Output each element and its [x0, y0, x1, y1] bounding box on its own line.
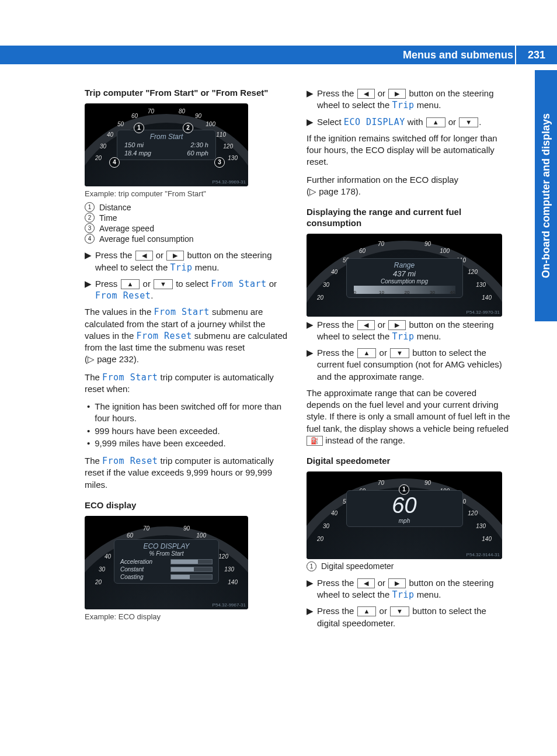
range-heading: Displaying the range and current fuel co… — [307, 207, 511, 229]
left-button-icon: ◀ — [357, 578, 375, 588]
side-tab-label: On-board computer and displays — [540, 113, 552, 278]
up-button-icon: ▲ — [121, 279, 140, 289]
down-button-icon: ▼ — [390, 348, 409, 358]
trip-computer-heading: Trip computer "From Start" or "From Rese… — [85, 88, 289, 99]
eco-para-1: If the ignition remains switched off for… — [307, 133, 511, 168]
range-para: The approximate range that can be covere… — [307, 387, 511, 446]
header-bar: Menus and submenus 231 — [0, 46, 557, 64]
up-button-icon: ▲ — [357, 606, 377, 616]
left-button-icon: ◀ — [357, 320, 375, 330]
speedo-legend: 1Digital speedometer — [307, 561, 511, 571]
left-button-icon: ◀ — [357, 89, 375, 99]
section-title: Menus and submenus — [403, 46, 513, 64]
down-button-icon: ▼ — [390, 606, 409, 616]
trip-para-1: The values in the From Start submenu are… — [85, 306, 289, 365]
range-figure: 20140 30130 40120 50110 60100 7090 Range… — [307, 234, 502, 317]
right-button-icon: ▶ — [388, 578, 406, 588]
trip-para-3: The From Reset trip computer is automati… — [85, 455, 289, 491]
range-step-2: ▶ Press the ▲ or ▼ button to select the … — [307, 347, 511, 383]
up-button-icon: ▲ — [426, 117, 445, 127]
speedo-figure: 20140 30130 40120 50110 60100 7090 60 mp… — [307, 471, 502, 559]
trip-step-1: ▶ Press the ◀ or ▶ button on the steerin… — [85, 249, 289, 273]
eco-step-1: ▶ Press the ◀ or ▶ button on the steerin… — [307, 88, 511, 112]
speedo-step-2: ▶ Press the ▲ or ▼ button to select the … — [307, 605, 511, 629]
right-button-icon: ▶ — [388, 320, 406, 330]
eco-step-2: ▶ Select ECO DISPLAY with ▲ or ▼. — [307, 116, 511, 128]
range-step-1: ▶ Press the ◀ or ▶ button on the steerin… — [307, 319, 511, 343]
trip-computer-figure: 20130 30120 40110 50100 6090 7080 From S… — [85, 103, 248, 186]
eco-heading: ECO display — [85, 500, 289, 511]
right-column: ▶ Press the ◀ or ▶ button on the steerin… — [307, 88, 511, 634]
down-button-icon: ▼ — [459, 117, 478, 127]
right-button-icon: ▶ — [388, 89, 406, 99]
trip-para-2: The From Start trip computer is automati… — [85, 372, 289, 396]
speedo-heading: Digital speedometer — [307, 456, 511, 467]
trip-reset-bullets: •The ignition has been switched off for … — [85, 401, 289, 449]
left-button-icon: ◀ — [135, 251, 153, 261]
trip-computer-caption: Example: trip computer "From Start" — [85, 189, 289, 199]
up-button-icon: ▲ — [357, 348, 377, 358]
down-button-icon: ▼ — [154, 279, 173, 289]
speedo-step-1: ▶ Press the ◀ or ▶ button on the steerin… — [307, 577, 511, 601]
trip-computer-legend: 1Distance 2Time 3Average speed 4Average … — [85, 202, 289, 244]
side-tab: On-board computer and displays — [535, 70, 557, 321]
eco-figure: 20140 30130 40120 50110 60100 7090 ECO D… — [85, 516, 248, 609]
right-button-icon: ▶ — [166, 251, 184, 261]
left-column: Trip computer "From Start" or "From Rese… — [85, 88, 289, 634]
eco-caption: Example: ECO display — [85, 612, 289, 622]
page-number: 231 — [515, 46, 557, 64]
trip-step-2: ▶ Press ▲ or ▼ to select From Start or F… — [85, 278, 289, 302]
refuel-icon: ⛽ — [307, 436, 323, 446]
eco-para-2: Further information on the ECO display (… — [307, 174, 511, 198]
